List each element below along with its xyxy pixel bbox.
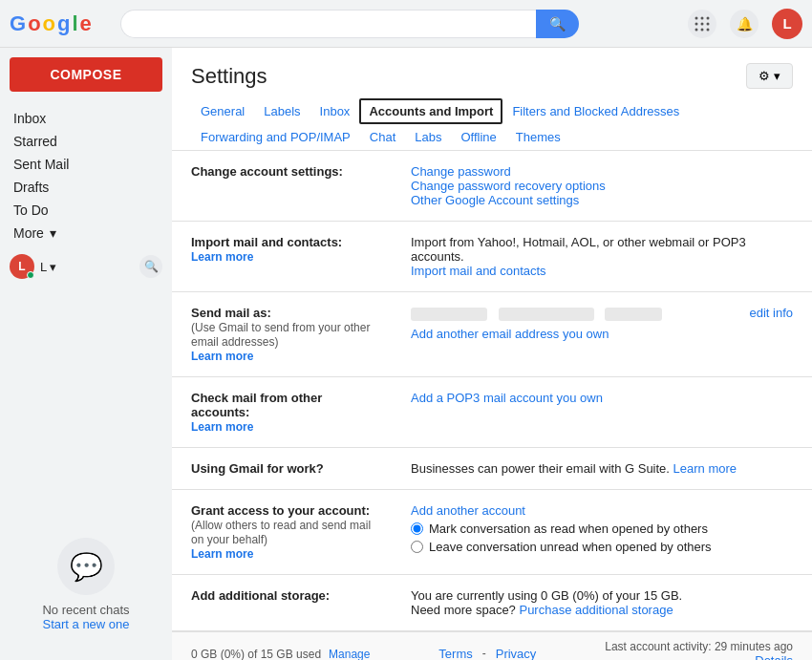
import-learn-more-link[interactable]: Learn more (191, 250, 253, 264)
tab-labs[interactable]: Labs (405, 124, 451, 150)
footer-left: 0 GB (0%) of 15 GB used Manage (191, 648, 370, 661)
apps-icon[interactable] (688, 10, 716, 38)
radio-leave-unread-label: Leave conversation unread when opened by… (429, 540, 712, 554)
footer-right: Last account activity: 29 minutes ago De… (605, 640, 793, 660)
import-description: Import from Yahoo!, Hotmail, AOL, or oth… (411, 235, 746, 264)
svg-point-6 (695, 28, 698, 31)
sidebar-nav: Inbox Starred Sent Mail Drafts To Do Mor… (0, 107, 172, 245)
send-mail-learn-more[interactable]: Learn more (191, 350, 253, 363)
tab-accounts-import[interactable]: Accounts and Import (359, 98, 502, 124)
tab-labels[interactable]: Labels (254, 98, 310, 124)
need-more-space-text: Need more space? (411, 603, 516, 617)
change-account-label: Change account settings: (191, 164, 343, 179)
content-area: Settings ⚙ ▾ General Labels Inbox Accoun… (172, 48, 812, 660)
grant-access-label: Grant access to your account: (191, 503, 370, 518)
more-label: More (13, 225, 44, 241)
starred-label: Starred (13, 134, 57, 149)
tab-general[interactable]: General (191, 98, 254, 124)
search-bar: 🔍 (120, 10, 579, 38)
import-mail-contacts-link[interactable]: Import mail and contacts (411, 264, 546, 278)
sidebar: COMPOSE Inbox Starred Sent Mail Drafts T… (0, 48, 172, 660)
sidebar-item-sent[interactable]: Sent Mail (0, 153, 159, 176)
tab-offline[interactable]: Offline (451, 124, 505, 150)
svg-point-3 (695, 22, 698, 25)
sidebar-item-inbox[interactable]: Inbox (0, 107, 159, 130)
details-link[interactable]: Details (755, 653, 793, 660)
inbox-label: Inbox (13, 111, 46, 126)
tab-chat[interactable]: Chat (360, 124, 405, 150)
terms-link[interactable]: Terms (438, 647, 472, 660)
sidebar-item-starred[interactable]: Starred (0, 130, 159, 153)
storage-used-label: 0 GB (0%) of 15 GB used (191, 648, 321, 661)
svg-point-7 (701, 28, 704, 31)
privacy-link[interactable]: Privacy (496, 647, 537, 660)
google-account-link[interactable]: Other Google Account settings (411, 193, 579, 207)
settings-table: Change account settings: Change password… (172, 151, 812, 631)
manage-storage-link[interactable]: Manage (329, 648, 370, 661)
add-pop3-link[interactable]: Add a POP3 mail account you own (411, 391, 603, 405)
gear-button[interactable]: ⚙ ▾ (746, 63, 793, 89)
search-button[interactable]: 🔍 (536, 10, 579, 38)
sent-label: Sent Mail (13, 157, 69, 172)
send-mail-sub: (Use Gmail to send from your other email… (191, 321, 370, 349)
chat-bubble-icon: 💬 (57, 538, 115, 595)
avatar[interactable]: L (772, 9, 802, 39)
radio-row-read: Mark conversation as read when opened by… (411, 522, 793, 536)
people-search-icon[interactable]: 🔍 (139, 255, 162, 278)
purchase-storage-link[interactable]: Purchase additional storage (519, 603, 673, 617)
footer-separator: - (482, 647, 486, 660)
svg-point-1 (701, 16, 704, 19)
sidebar-item-todo[interactable]: To Do (0, 199, 159, 222)
more-arrow-icon: ▾ (50, 225, 56, 241)
main-layout: COMPOSE Inbox Starred Sent Mail Drafts T… (0, 48, 812, 660)
table-row: Using Gmail for work? Businesses can pow… (172, 448, 812, 490)
check-mail-learn-more[interactable]: Learn more (191, 420, 253, 434)
gmail-work-description: Businesses can power their email with G … (411, 461, 670, 476)
add-storage-label: Add additional storage: (191, 588, 330, 603)
blurred-email-bar2 (499, 308, 594, 321)
todo-label: To Do (13, 202, 49, 218)
gmail-work-label: Using Gmail for work? (191, 461, 324, 476)
svg-point-2 (707, 16, 710, 19)
sidebar-item-drafts[interactable]: Drafts (0, 176, 159, 199)
bell-icon[interactable]: 🔔 (730, 10, 759, 38)
logo-g: G (10, 11, 26, 36)
table-row: Grant access to your account: (Allow oth… (172, 490, 812, 575)
topbar-right: 🔔 L (688, 9, 802, 39)
add-email-link[interactable]: Add another email address you own (411, 327, 609, 341)
radio-leave-unread[interactable] (411, 541, 423, 553)
online-status-dot (27, 271, 34, 279)
table-row: Add additional storage: You are currentl… (172, 575, 812, 631)
svg-point-0 (695, 16, 698, 19)
storage-usage-text: You are currently using 0 GB (0%) of you… (411, 588, 682, 603)
add-another-account-link[interactable]: Add another account (411, 503, 525, 518)
settings-header: Settings ⚙ ▾ (172, 48, 812, 89)
tab-filters[interactable]: Filters and Blocked Addresses (502, 98, 689, 124)
user-dropdown[interactable]: L ▾ (40, 260, 56, 274)
search-input[interactable] (120, 10, 536, 38)
tab-inbox[interactable]: Inbox (310, 98, 360, 124)
sidebar-chat-section: 💬 No recent chats Start a new one (0, 285, 172, 650)
google-logo: Google (10, 11, 92, 36)
settings-footer: 0 GB (0%) of 15 GB used Manage Terms - P… (172, 631, 812, 660)
start-new-chat-link[interactable]: Start a new one (42, 617, 129, 631)
change-recovery-link[interactable]: Change password recovery options (411, 179, 606, 193)
table-row: Check mail from other accounts: Learn mo… (172, 377, 812, 448)
change-password-link[interactable]: Change password (411, 164, 511, 179)
edit-info-link[interactable]: edit info (749, 306, 793, 320)
grant-access-learn-more[interactable]: Learn more (191, 547, 253, 561)
topbar: Google 🔍 🔔 L (0, 0, 812, 48)
no-recent-chats-label: No recent chats (42, 603, 129, 617)
import-mail-label: Import mail and contacts: (191, 235, 342, 249)
settings-tabs: General Labels Inbox Accounts and Import… (172, 89, 812, 151)
compose-button[interactable]: COMPOSE (10, 57, 162, 92)
tab-forwarding[interactable]: Forwarding and POP/IMAP (191, 124, 360, 150)
tab-themes[interactable]: Themes (506, 124, 570, 150)
last-activity-label: Last account activity: 29 minutes ago (605, 640, 793, 653)
radio-mark-read[interactable] (411, 522, 423, 535)
gmail-work-learn-more[interactable]: Learn more (673, 461, 737, 476)
user-avatar-small[interactable]: L (10, 254, 34, 279)
sidebar-item-more[interactable]: More ▾ (0, 222, 159, 245)
drafts-label: Drafts (13, 180, 49, 195)
blurred-email-bar1 (411, 308, 487, 321)
